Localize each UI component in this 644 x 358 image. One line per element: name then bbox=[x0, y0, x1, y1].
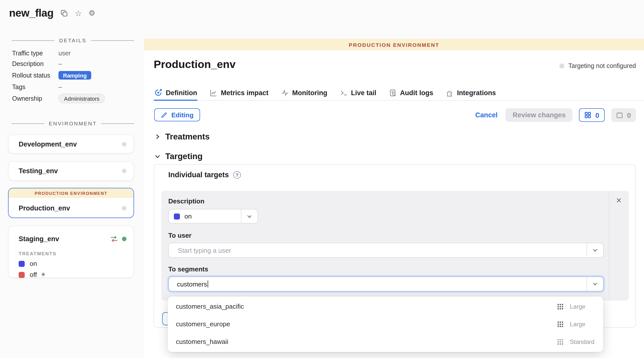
targeting-status: Targeting not configured bbox=[559, 62, 636, 69]
individual-targets-heading: Individual targets ? bbox=[168, 171, 241, 179]
segment-large-icon bbox=[557, 320, 564, 328]
chevron-right-icon bbox=[155, 134, 160, 139]
to-user-label: To user bbox=[168, 232, 191, 239]
tab-integrations[interactable]: Integrations bbox=[445, 85, 497, 100]
tags-label: Tags bbox=[12, 84, 58, 91]
description-label: Description bbox=[12, 60, 58, 67]
calendar-count-button[interactable]: 0 bbox=[611, 108, 636, 122]
status-dot-green bbox=[122, 236, 126, 241]
tags-value: – bbox=[58, 84, 62, 91]
select-chevron-icon bbox=[241, 209, 257, 223]
chevron-down-icon bbox=[155, 154, 160, 159]
status-dot-gray bbox=[122, 169, 126, 173]
ownership-chip[interactable]: Administrators bbox=[58, 94, 105, 103]
traffic-type-label: Traffic type bbox=[12, 50, 58, 57]
env-card-testing[interactable]: Testing_env bbox=[8, 161, 134, 181]
tab-definition-label: Definition bbox=[166, 89, 197, 96]
review-changes-button[interactable]: Review changes bbox=[506, 108, 573, 122]
status-dot-gray bbox=[122, 206, 126, 210]
to-user-input[interactable] bbox=[177, 246, 587, 255]
details-divider: DETAILS bbox=[12, 37, 134, 43]
ownership-label: Ownership bbox=[12, 95, 58, 102]
tab-monitoring-label: Monitoring bbox=[292, 89, 327, 96]
environment-heading: ENVIRONMENT bbox=[49, 120, 97, 126]
chart-icon bbox=[210, 89, 217, 96]
to-segments-label: To segments bbox=[168, 265, 208, 273]
tab-live-tail-label: Live tail bbox=[351, 89, 376, 96]
segment-option-name: customers_europe bbox=[176, 320, 557, 328]
tab-integrations-label: Integrations bbox=[457, 89, 496, 96]
env-card-staging[interactable]: Staging_env TREATMENTS on off ✳ bbox=[8, 226, 134, 278]
individual-target-rule-card: ✕ Description on To user T bbox=[161, 191, 629, 301]
treatment-row-on: on bbox=[19, 260, 123, 267]
help-icon[interactable]: ? bbox=[233, 171, 241, 178]
puzzle-icon bbox=[446, 89, 454, 96]
grid-icon bbox=[585, 112, 591, 118]
treatment-off-swatch bbox=[19, 272, 25, 278]
status-dot-gray bbox=[122, 142, 126, 146]
rollout-status-badge[interactable]: Ramping bbox=[58, 71, 91, 80]
to-segments-value: customers bbox=[177, 280, 207, 288]
calendar-count: 0 bbox=[627, 111, 631, 119]
tab-bar: Definition Metrics impact Monitoring bbox=[154, 85, 644, 101]
flag-title: new_flag bbox=[9, 7, 54, 19]
pulse-icon bbox=[281, 89, 289, 96]
cancel-link[interactable]: Cancel bbox=[475, 111, 498, 119]
segment-large-icon bbox=[557, 303, 564, 310]
sync-arrows-icon bbox=[110, 235, 118, 242]
tab-live-tail[interactable]: Live tail bbox=[339, 85, 377, 100]
targeting-status-label: Targeting not configured bbox=[568, 62, 636, 69]
tab-metrics-impact-label: Metrics impact bbox=[221, 89, 269, 96]
close-icon[interactable]: ✕ bbox=[613, 195, 624, 206]
select-chevron-icon[interactable] bbox=[587, 243, 603, 257]
env-card-production[interactable]: PRODUCTION ENVIRONMENT Production_env bbox=[8, 188, 134, 218]
segment-size-label: Large bbox=[570, 303, 596, 310]
treatment-off-label: off bbox=[30, 271, 37, 278]
to-user-input-wrap bbox=[168, 243, 604, 258]
tab-metrics-impact[interactable]: Metrics impact bbox=[209, 85, 269, 100]
segment-option-europe[interactable]: customers_europe Large bbox=[168, 315, 603, 333]
tab-monitoring[interactable]: Monitoring bbox=[281, 85, 328, 100]
targeting-section-label: Targeting bbox=[165, 152, 203, 161]
production-environment-banner: PRODUCTION ENVIRONMENT bbox=[144, 39, 644, 50]
star-icon[interactable]: ☆ bbox=[75, 8, 82, 18]
treatment-select[interactable]: on bbox=[168, 209, 258, 224]
select-chevron-icon[interactable] bbox=[587, 277, 603, 291]
rollout-status-label: Rollout status bbox=[12, 72, 58, 79]
to-segments-input[interactable]: customers bbox=[168, 276, 604, 292]
details-heading: DETAILS bbox=[59, 37, 86, 43]
environment-divider: ENVIRONMENT bbox=[12, 120, 134, 126]
segment-option-hawaii[interactable]: customers_hawaii Standard bbox=[168, 333, 603, 350]
treatments-heading: TREATMENTS bbox=[19, 251, 123, 256]
env-name-testing: Testing_env bbox=[19, 167, 122, 175]
description-value: – bbox=[58, 60, 62, 67]
traffic-type-value: user bbox=[58, 50, 71, 57]
gear-icon[interactable]: ⚙ bbox=[88, 9, 95, 18]
treatment-on-swatch bbox=[174, 213, 180, 219]
segment-option-asia-pacific[interactable]: customers_asia_pacific Large bbox=[168, 298, 603, 315]
tab-audit-logs-label: Audit logs bbox=[400, 89, 433, 96]
description-field-label: Description bbox=[168, 197, 204, 205]
definition-icon bbox=[154, 89, 162, 97]
segment-option-name: customers_asia_pacific bbox=[176, 303, 557, 310]
pencil-icon bbox=[161, 112, 167, 118]
env-name-production: Production_env bbox=[19, 204, 122, 212]
individual-targets-label: Individual targets bbox=[168, 171, 229, 179]
targeting-section-header[interactable]: Targeting bbox=[155, 152, 203, 161]
treatments-section-header[interactable]: Treatments bbox=[155, 132, 210, 141]
copy-icon[interactable] bbox=[60, 9, 68, 17]
tab-audit-logs[interactable]: Audit logs bbox=[389, 85, 434, 100]
editing-button[interactable]: Editing bbox=[154, 108, 200, 121]
segment-size-label: Standard bbox=[570, 338, 596, 345]
env-card-development[interactable]: Development_env bbox=[8, 134, 134, 154]
app-window: new_flag ☆ ⚙ DETAILS Traffic type user D… bbox=[0, 0, 644, 358]
tab-definition[interactable]: Definition bbox=[154, 85, 198, 100]
treatment-on-swatch bbox=[19, 261, 25, 267]
status-dot-gray bbox=[559, 63, 564, 68]
segment-option-name: customers_hawaii bbox=[176, 338, 557, 345]
text-cursor bbox=[208, 280, 208, 288]
segment-dropdown-menu: customers_asia_pacific Large customers_e… bbox=[168, 297, 603, 352]
grid-count: 0 bbox=[595, 111, 599, 119]
grid-count-button[interactable]: 0 bbox=[579, 108, 605, 122]
env-name-staging: Staging_env bbox=[19, 235, 110, 242]
